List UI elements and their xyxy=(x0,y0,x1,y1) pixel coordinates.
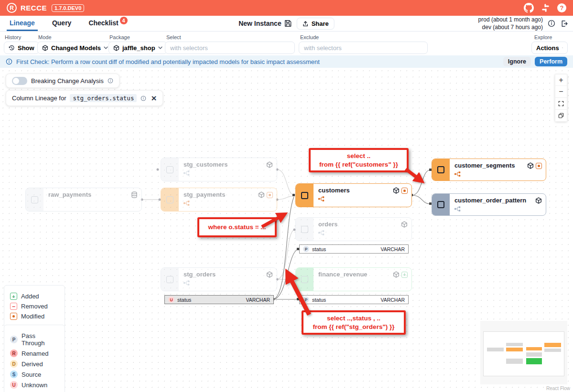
model-icon xyxy=(393,187,400,194)
version-badge: 1.7.0.DEV0 xyxy=(52,4,84,12)
node-checkbox[interactable] xyxy=(166,166,173,173)
node-raw-payments[interactable]: raw_payments xyxy=(25,188,142,212)
node-customer-order-pattern[interactable]: customer_order_pattern xyxy=(432,193,546,216)
column-lineage-panel: Column Lineage for stg_orders.status × xyxy=(6,90,163,106)
column-lineage-icon[interactable] xyxy=(454,206,461,212)
annotation-line: where o.status = ... xyxy=(203,223,271,232)
tab-checklist[interactable]: Checklist4 xyxy=(86,16,130,31)
node-strip xyxy=(432,194,450,215)
node-checkbox[interactable] xyxy=(437,201,444,208)
breaking-change-label: Breaking Change Analysis xyxy=(31,77,104,85)
node-orders[interactable]: orders xyxy=(295,217,412,241)
node-stg-orders[interactable]: stg_orders xyxy=(161,267,277,291)
select-label: Select xyxy=(166,34,181,40)
database-icon xyxy=(131,191,138,198)
banner-message: First Check: Perform a row count diff of… xyxy=(16,58,320,65)
actions-dropdown[interactable]: Actions xyxy=(531,42,568,54)
help-icon[interactable]: ? xyxy=(557,3,566,12)
column-name: status xyxy=(312,246,326,252)
tab-lineage[interactable]: Lineage xyxy=(7,16,38,31)
column-row-finance-revenue-status[interactable]: P status VARCHAR xyxy=(299,295,409,304)
annotation-line: from {{ ref("stg_orders") }} xyxy=(307,323,400,331)
unknown-badge: U xyxy=(168,297,174,303)
node-checkbox[interactable] xyxy=(301,226,308,233)
column-lineage-icon[interactable] xyxy=(184,170,190,176)
ignore-button[interactable]: Ignore xyxy=(503,57,531,66)
interactive-lock-button[interactable] xyxy=(555,110,567,122)
github-icon[interactable] xyxy=(524,3,534,13)
node-checkbox[interactable] xyxy=(301,192,308,199)
tab-query[interactable]: Query xyxy=(49,16,74,31)
column-lineage-icon[interactable] xyxy=(184,201,190,206)
node-title: orders xyxy=(318,221,408,228)
column-row-orders-status[interactable]: P status VARCHAR xyxy=(299,244,409,254)
checklist-count-badge: 4 xyxy=(120,17,128,24)
breaking-change-toggle[interactable] xyxy=(12,77,27,85)
legend-column-types: PPass Through RRenamed DDerived SSource … xyxy=(4,325,65,392)
node-strip xyxy=(161,188,179,211)
exclude-input[interactable] xyxy=(299,42,428,54)
actions-label: Actions xyxy=(536,44,559,52)
logout-icon[interactable] xyxy=(560,20,568,28)
perform-button[interactable]: Perform xyxy=(535,57,567,66)
annotation-select-customers: select .. from {{ ref("customers" }} xyxy=(309,148,409,172)
node-strip xyxy=(432,159,450,180)
chevron-down-icon xyxy=(158,46,162,49)
model-icon xyxy=(535,197,542,204)
node-stg-payments[interactable]: stg_payments xyxy=(161,188,277,212)
history-show-button[interactable]: Show xyxy=(4,42,39,54)
mode-label: Mode xyxy=(38,34,52,40)
derived-badge: D xyxy=(10,360,18,368)
node-finance-revenue[interactable]: finance_revenue + xyxy=(295,267,412,291)
renamed-badge: R xyxy=(10,350,18,357)
model-icon xyxy=(401,221,408,228)
annotation-line: select .. xyxy=(314,152,403,160)
node-strip xyxy=(296,268,314,291)
chevron-down-icon xyxy=(104,46,108,49)
column-lineage-icon[interactable] xyxy=(184,280,190,286)
node-checkbox[interactable] xyxy=(31,196,38,203)
node-customers[interactable]: customers xyxy=(295,183,412,207)
slack-icon[interactable] xyxy=(541,3,550,12)
info-icon[interactable] xyxy=(548,20,555,27)
package-dropdown[interactable]: jaffle_shop xyxy=(108,42,167,54)
minimap[interactable] xyxy=(480,321,567,384)
column-type: VARCHAR xyxy=(246,297,270,303)
column-lineage-label: Column Lineage for xyxy=(12,95,66,102)
added-icon: + xyxy=(10,293,17,300)
modified-icon xyxy=(267,192,273,198)
lineage-canvas[interactable]: Breaking Change Analysis Column Lineage … xyxy=(0,68,573,392)
column-lineage-icon[interactable] xyxy=(318,196,325,201)
annotation-line: select ..,status , .. xyxy=(307,314,400,323)
filter-bar: History Show Mode Changed Models Package… xyxy=(0,32,573,55)
node-strip xyxy=(296,184,314,207)
save-icon[interactable] xyxy=(284,20,292,27)
node-stg-customers[interactable]: stg_customers xyxy=(161,158,277,181)
column-type: VARCHAR xyxy=(380,246,405,252)
mode-dropdown[interactable]: Changed Models xyxy=(37,42,113,54)
share-button[interactable]: Share xyxy=(297,18,335,30)
column-lineage-icon[interactable] xyxy=(454,171,461,177)
legend-changes: +Added −Removed Modified xyxy=(4,285,65,328)
dev-env-label: dev (about 7 hours ago) xyxy=(478,23,543,31)
zoom-in-button[interactable]: + xyxy=(555,74,567,86)
breaking-change-panel: Breaking Change Analysis xyxy=(6,74,119,88)
column-row-stg-orders-status[interactable]: U status VARCHAR xyxy=(164,295,274,304)
tab-label: Lineage xyxy=(10,19,35,27)
added-icon: + xyxy=(401,272,408,278)
instance-title: New Instance xyxy=(238,20,281,27)
node-strip xyxy=(161,158,179,181)
column-lineage-icon[interactable] xyxy=(318,230,325,235)
fit-view-button[interactable] xyxy=(555,98,567,110)
node-checkbox[interactable] xyxy=(437,166,444,173)
zoom-out-button[interactable]: − xyxy=(555,86,567,98)
close-icon[interactable]: × xyxy=(151,94,156,103)
node-customer-segments[interactable]: customer_segments xyxy=(432,159,546,181)
node-checkbox[interactable] xyxy=(166,196,173,203)
select-input[interactable] xyxy=(165,42,295,54)
node-checkbox[interactable] xyxy=(301,276,308,283)
node-checkbox[interactable] xyxy=(166,276,173,283)
column-name: status xyxy=(312,297,326,303)
brand-name: RECCE xyxy=(21,4,47,12)
explore-label: Explore xyxy=(534,34,552,40)
